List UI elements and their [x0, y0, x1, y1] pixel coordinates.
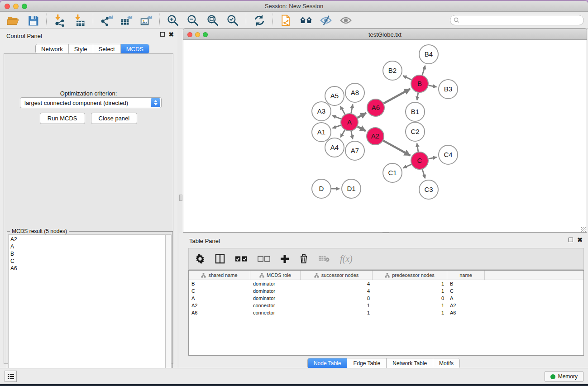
window-resize-grip[interactable] [581, 227, 586, 232]
vertical-splitter-handle[interactable] [179, 195, 182, 201]
tab-node-table[interactable]: Node Table [308, 358, 348, 368]
graph-node[interactable]: A2 [367, 128, 384, 145]
table-cell[interactable]: C [189, 288, 250, 294]
zoom-fit-icon[interactable] [206, 14, 220, 27]
table-row[interactable]: Adominator80A [189, 295, 583, 302]
export-image-icon[interactable] [139, 14, 153, 27]
graph-node[interactable]: A4 [325, 138, 344, 157]
table-cell[interactable]: dominator [250, 288, 301, 294]
table-row[interactable]: A6connector11A6 [189, 309, 583, 316]
graph-node[interactable]: A8 [345, 83, 364, 102]
mcds-result-list[interactable]: A2ABCA6 [8, 234, 165, 384]
graph-node[interactable]: B2 [383, 61, 402, 80]
graph-node[interactable]: C4 [439, 145, 458, 164]
table-cell[interactable]: A [447, 295, 485, 301]
export-network-icon[interactable] [100, 14, 113, 27]
table-cell[interactable]: A2 [189, 303, 250, 308]
table-row[interactable]: Cdominator41C [189, 287, 583, 295]
graph-node[interactable]: C1 [383, 163, 402, 182]
graph-node[interactable]: B [411, 75, 428, 92]
graph-node[interactable]: C2 [406, 122, 425, 141]
table-cell[interactable]: 1 [373, 287, 447, 295]
close-panel-icon[interactable]: ✖ [168, 32, 174, 37]
table-cell[interactable]: B [447, 281, 485, 286]
table-cell[interactable]: 1 [301, 303, 373, 308]
memory-button[interactable]: Memory [545, 371, 583, 382]
tab-network[interactable]: Network [36, 44, 69, 53]
column-header[interactable]: name [447, 271, 485, 280]
close-panel-button[interactable]: Close panel [91, 113, 138, 124]
mcds-result-item[interactable]: C [10, 257, 163, 265]
tab-edge-table[interactable]: Edge Table [347, 358, 387, 368]
refresh-icon[interactable] [253, 14, 266, 27]
tab-motifs[interactable]: Motifs [433, 358, 459, 368]
mcds-result-item[interactable]: A6 [10, 265, 163, 272]
float-table-panel-icon[interactable] [569, 238, 573, 242]
table-cell[interactable]: 4 [301, 281, 373, 286]
task-history-button[interactable] [5, 371, 17, 382]
graph-node[interactable]: C3 [419, 180, 438, 199]
mcds-result-item[interactable]: B [10, 250, 163, 257]
close-table-panel-icon[interactable]: ✖ [577, 238, 583, 242]
graph-node[interactable]: A3 [312, 102, 331, 121]
column-header[interactable]: MCDS role [250, 271, 301, 280]
hide-unselected-icon[interactable] [319, 14, 333, 27]
table-cell[interactable]: 1 [373, 309, 447, 316]
table-cell[interactable]: B [189, 281, 250, 286]
graph-node[interactable]: A6 [367, 99, 384, 116]
deselect-all-icon[interactable] [258, 253, 270, 265]
table-cell[interactable]: A6 [447, 310, 485, 315]
save-session-icon[interactable] [26, 14, 40, 27]
graph-node[interactable]: D1 [342, 179, 361, 198]
graph-node[interactable]: B4 [419, 45, 438, 64]
table-settings-icon[interactable] [195, 253, 205, 265]
network-canvas[interactable]: AA5A8A3A1A4A7A6A2BB2B4B3B1CC2C4C1C3DD1 [183, 40, 587, 233]
result-list-scrollbar[interactable] [165, 234, 172, 384]
table-row[interactable]: Bdominator41B [189, 280, 583, 287]
table-cell[interactable]: A [189, 295, 250, 301]
mcds-result-item[interactable]: A2 [10, 236, 163, 243]
table-cell[interactable]: connector [250, 303, 301, 308]
graph-node[interactable]: D [312, 179, 331, 198]
open-network-file-icon[interactable] [279, 14, 293, 27]
show-all-icon[interactable] [339, 14, 353, 27]
graph-node[interactable]: A1 [312, 123, 331, 142]
column-header[interactable]: shared name [189, 271, 250, 280]
graph-node[interactable]: B3 [439, 80, 458, 99]
zoom-out-icon[interactable] [186, 14, 200, 27]
table-cell[interactable]: 1 [301, 310, 373, 315]
table-cell[interactable]: dominator [250, 281, 301, 286]
table-cell[interactable]: 1 [373, 280, 447, 287]
run-mcds-button[interactable]: Run MCDS [40, 113, 85, 124]
column-header[interactable]: predecessor nodes [373, 271, 447, 280]
graph-node[interactable]: C [411, 152, 428, 169]
column-header[interactable]: successor nodes [301, 271, 373, 280]
delete-row-icon[interactable] [299, 253, 308, 265]
table-cell[interactable]: A2 [447, 303, 485, 308]
zoom-selected-icon[interactable] [226, 14, 239, 27]
graph-node[interactable]: A [341, 114, 358, 131]
tab-mcds[interactable]: MCDS [121, 44, 149, 53]
tab-select[interactable]: Select [93, 44, 121, 53]
graph-node[interactable]: A5 [325, 86, 344, 105]
table-cell[interactable]: C [447, 288, 485, 294]
show-column-icon[interactable] [215, 253, 225, 265]
table-cell[interactable]: 1 [373, 302, 447, 309]
table-cell[interactable]: 4 [301, 288, 373, 294]
zoom-in-icon[interactable] [166, 14, 180, 27]
graph-node[interactable]: B1 [406, 102, 425, 121]
add-row-icon[interactable] [280, 253, 289, 265]
table-cell[interactable]: connector [250, 310, 301, 315]
tab-network-table[interactable]: Network Table [387, 358, 433, 368]
export-table-icon[interactable] [120, 14, 133, 27]
tab-style[interactable]: Style [69, 44, 93, 53]
table-cell[interactable]: dominator [250, 295, 301, 301]
search-input[interactable] [450, 15, 584, 25]
open-file-icon[interactable] [6, 14, 20, 27]
select-all-icon[interactable] [235, 253, 248, 265]
mcds-result-item[interactable]: A [10, 243, 163, 250]
home-layout-icon[interactable] [299, 14, 313, 27]
table-cell[interactable]: 8 [301, 295, 373, 301]
graph-node[interactable]: A7 [345, 141, 364, 160]
import-table-icon[interactable] [73, 14, 86, 27]
